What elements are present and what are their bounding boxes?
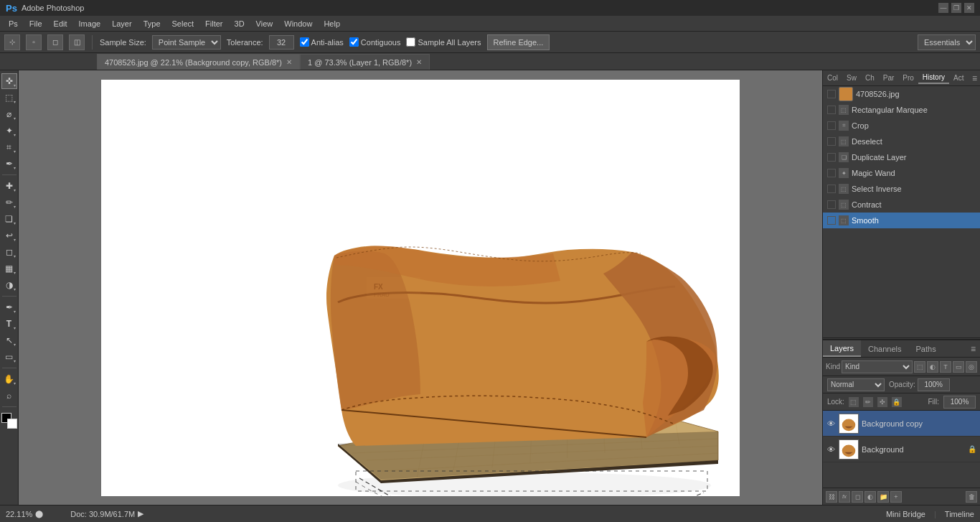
act-tab[interactable]: Act (949, 73, 968, 83)
layer-filter-smart[interactable]: ◎ (966, 361, 977, 373)
layer-visibility-bg[interactable]: 👁 (826, 444, 836, 455)
menu-file[interactable]: File (24, 16, 48, 32)
layer-filter-type[interactable]: T (940, 361, 951, 373)
brush-tool[interactable]: ✏ ▾ (1, 195, 17, 210)
layer-adjust-button[interactable]: ◐ (864, 491, 876, 503)
timeline-label[interactable]: Timeline (945, 510, 974, 518)
menu-edit[interactable]: Edit (48, 16, 73, 32)
minimize-button[interactable]: — (938, 3, 948, 13)
lock-transparent-button[interactable]: ⬚ (849, 397, 859, 407)
contiguous-checkbox[interactable] (349, 37, 359, 47)
layer-row-bg-copy[interactable]: 👁 Background copy (823, 411, 980, 437)
lock-all-button[interactable]: 🔒 (892, 397, 902, 407)
heal-tool[interactable]: ✚ ▾ (1, 178, 17, 194)
sample-all-checkbox[interactable] (406, 37, 415, 47)
workspace-select[interactable]: Essentials (918, 34, 976, 50)
lasso-tool[interactable]: ⌀ ▾ (1, 106, 17, 122)
window-controls[interactable]: — ❐ ✕ (938, 3, 974, 13)
blend-mode-select[interactable]: Normal (827, 378, 885, 391)
menu-view[interactable]: View (250, 16, 279, 32)
background-color[interactable] (7, 419, 17, 429)
col-tab[interactable]: Col (823, 73, 842, 83)
pro-tab[interactable]: Pro (898, 73, 918, 83)
eyedropper-tool[interactable]: ✒ ▾ (1, 156, 17, 172)
anti-alias-checkbox[interactable] (300, 37, 309, 47)
tool-brush-icon[interactable]: ◻ (47, 34, 63, 50)
mini-bridge-label[interactable]: Mini Bridge (886, 510, 925, 518)
panel-menu-icon[interactable]: ≡ (969, 73, 980, 83)
history-item-5[interactable]: ⬚ Select Inverse (823, 181, 980, 197)
history-item-2[interactable]: ⬚ Deselect (823, 134, 980, 149)
layer-kind-select[interactable]: Kind (842, 360, 913, 373)
pen-tool[interactable]: ✒ ▾ (1, 299, 17, 315)
menu-filter[interactable]: Filter (199, 16, 228, 32)
stamp-tool[interactable]: ❏ ▾ (1, 211, 17, 227)
magic-wand-tool[interactable]: ✦ ▾ (1, 123, 17, 139)
tool-preset-icon[interactable]: ▫ (26, 34, 42, 50)
menu-window[interactable]: Window (278, 16, 318, 32)
refine-edge-button[interactable]: Refine Edge... (487, 34, 550, 50)
eraser-tool[interactable]: ◻ ▾ (1, 244, 17, 260)
layer-filter-adjust[interactable]: ◐ (927, 361, 938, 373)
history-tab[interactable]: History (918, 72, 949, 84)
sw-tab[interactable]: Sw (842, 73, 861, 83)
crop-tool[interactable]: ⌗ ▾ (1, 139, 17, 155)
tab-0[interactable]: 4708526.jpg @ 22.1% (Background copy, RG… (97, 54, 300, 70)
history-item-6[interactable]: ⬚ Contract (823, 197, 980, 213)
tolerance-input[interactable] (269, 35, 294, 50)
path-select-tool[interactable]: ↖ ▾ (1, 332, 17, 348)
foreground-background[interactable] (1, 413, 17, 429)
layers-tab-paths[interactable]: Paths (909, 340, 943, 357)
sample-size-select[interactable]: Point Sample (152, 35, 221, 50)
lock-position-button[interactable]: ✣ (877, 397, 887, 407)
new-layer-button[interactable]: + (890, 491, 902, 503)
layers-tab-channels[interactable]: Channels (861, 340, 908, 357)
menu-help[interactable]: Help (318, 16, 346, 32)
tab-0-close[interactable]: ✕ (286, 58, 292, 66)
history-brush-tool[interactable]: ↩ ▾ (1, 228, 17, 243)
lock-image-button[interactable]: ✏ (863, 397, 873, 407)
marquee-tool[interactable]: ⬚ ▾ (1, 90, 17, 106)
menu-3d[interactable]: 3D (229, 16, 250, 32)
dodge-tool[interactable]: ◑ ▾ (1, 277, 17, 293)
history-item-0[interactable]: ⬚ Rectangular Marquee (823, 102, 980, 118)
layer-group-button[interactable]: 📁 (877, 491, 889, 503)
history-item-3[interactable]: ❏ Duplicate Layer (823, 149, 980, 165)
tab-1[interactable]: 1 @ 73.3% (Layer 1, RGB/8*) ✕ (300, 54, 430, 70)
menu-ps[interactable]: Ps (3, 16, 24, 32)
tool-options-icon[interactable]: ⊹ (4, 34, 20, 50)
status-arrow[interactable]: ▶ (138, 509, 143, 518)
history-item-1[interactable]: ⌗ Crop (823, 118, 980, 134)
move-tool[interactable]: ✜ ▾ (1, 73, 17, 89)
shape-tool[interactable]: ▭ ▾ (1, 349, 17, 365)
opacity-input[interactable] (918, 378, 950, 391)
layer-link-button[interactable]: ⛓ (826, 491, 837, 503)
contiguous-option[interactable]: Contiguous (349, 37, 401, 47)
hand-tool[interactable]: ✋ ▾ (1, 371, 17, 387)
type-tool[interactable]: T ▾ (1, 316, 17, 332)
layer-mask-button[interactable]: ◻ (852, 491, 863, 503)
history-item-source[interactable]: 4708526.jpg (823, 86, 980, 102)
menu-type[interactable]: Type (138, 16, 166, 32)
layer-visibility-bg-copy[interactable]: 👁 (826, 419, 836, 429)
layer-filter-pixel[interactable]: ⬚ (914, 361, 925, 373)
sample-all-option[interactable]: Sample All Layers (406, 37, 481, 47)
history-item-7[interactable]: ⬚ Smooth (823, 213, 980, 228)
anti-alias-option[interactable]: Anti-alias (300, 37, 344, 47)
tab-1-close[interactable]: ✕ (416, 58, 422, 66)
layers-panel-menu[interactable]: ≡ (966, 344, 980, 354)
layers-tab-layers[interactable]: Layers (823, 340, 861, 357)
delete-layer-button[interactable]: 🗑 (966, 491, 977, 503)
history-item-4[interactable]: ✦ Magic Wand (823, 165, 980, 181)
layer-row-background[interactable]: 👁 Background 🔒 (823, 437, 980, 462)
zoom-tool[interactable]: ⌕ (1, 388, 17, 404)
layer-filter-shape[interactable]: ▭ (953, 361, 964, 373)
menu-select[interactable]: Select (166, 16, 200, 32)
fill-input[interactable] (943, 396, 976, 409)
menu-image[interactable]: Image (73, 16, 107, 32)
gradient-tool[interactable]: ▦ ▾ (1, 261, 17, 276)
maximize-button[interactable]: ❐ (951, 3, 961, 13)
close-button[interactable]: ✕ (964, 3, 974, 13)
ch-tab[interactable]: Ch (861, 73, 879, 83)
tool-extra-icon[interactable]: ◫ (69, 34, 85, 50)
